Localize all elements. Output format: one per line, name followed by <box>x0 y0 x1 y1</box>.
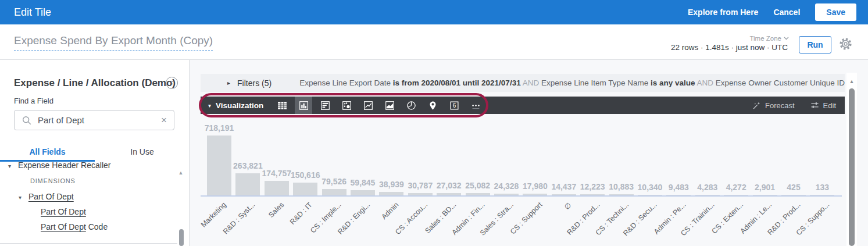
top-bar-actions: Explore from Here Cancel Save <box>688 0 856 24</box>
viz-type-icons: 6 <box>273 97 484 114</box>
scroll-up-arrow[interactable]: ▲ <box>846 79 857 84</box>
table-icon[interactable] <box>273 97 291 114</box>
map-chart-icon[interactable] <box>424 97 441 114</box>
chevron-down-icon <box>784 37 789 40</box>
clear-search-icon[interactable]: × <box>161 115 167 125</box>
bar[interactable] <box>265 181 289 195</box>
bar-value-label: 133 <box>799 183 845 192</box>
cancel-button[interactable]: Cancel <box>773 8 800 17</box>
tree-field-label-rest: Code <box>86 222 108 231</box>
pie-chart-icon[interactable] <box>402 97 420 114</box>
filters-toggle-label: Filters (5) <box>237 79 272 88</box>
line-chart-icon[interactable] <box>359 97 377 114</box>
caret-down-icon[interactable]: ▾ <box>208 102 211 109</box>
forecast-label: Forecast <box>765 101 795 110</box>
field-tree: ▾ Expense Header Recaller DIMENSIONS ▾ P… <box>0 162 177 246</box>
x-axis-label: ∅ <box>562 201 573 211</box>
edit-label: Edit <box>823 101 836 110</box>
filter-segment: Expense Owner Customer Unique ID <box>716 79 845 87</box>
caret-down-icon: ▾ <box>8 163 11 169</box>
single-value-icon[interactable]: 6 <box>445 97 463 114</box>
filter-segment: AND <box>695 79 716 87</box>
tree-field-label: Part Of Dept <box>41 207 86 216</box>
run-button[interactable]: Run <box>799 36 831 54</box>
visualization-toolbar: ▾ Visualization 6 Forecast Edit <box>201 97 845 114</box>
main-scrollbar-thumb[interactable] <box>849 88 855 246</box>
forecast-wand-icon <box>752 101 761 110</box>
bar-chart-plot: 718,191Marketing263,821R&D : Syst...174,… <box>201 119 845 246</box>
main-panel: ▸ Filters (5) Expense Line Export Date i… <box>190 60 868 246</box>
save-button[interactable]: Save <box>815 3 856 21</box>
x-axis-line <box>201 195 842 197</box>
bar-chart: 718,191Marketing263,821R&D : Syst...174,… <box>201 119 845 246</box>
x-axis-label: Marketing <box>201 201 228 229</box>
x-axis-label: Sales <box>267 201 285 219</box>
field-picker-sidebar: Expense / Line / Allocation (Demo) ‹ Fin… <box>0 60 190 246</box>
filter-summary: Expense Line Export Date is from 2020/08… <box>299 79 845 87</box>
filter-segment: AND <box>521 79 541 87</box>
bar-chart-icon[interactable] <box>316 97 334 114</box>
dialog-title: Edit Tile <box>14 6 51 19</box>
tree-field-row[interactable]: Part Of Dept Code <box>41 222 108 231</box>
caret-down-icon: ▾ <box>19 194 22 201</box>
visualization-toggle-label[interactable]: Visualization <box>216 101 263 110</box>
active-tab-underline <box>0 160 95 162</box>
tree-group-row[interactable]: ▾ Part Of Dept <box>19 192 74 201</box>
area-chart-icon[interactable] <box>381 97 398 114</box>
divider <box>0 243 177 244</box>
search-icon <box>22 115 32 126</box>
forecast-button[interactable]: Forecast <box>752 101 795 110</box>
x-axis-label: R&D : IT <box>288 201 314 226</box>
column-chart-icon[interactable] <box>295 97 312 114</box>
sidebar-scroll-up-arrow[interactable]: ▲ <box>175 170 187 176</box>
filter-segment: is any value <box>651 79 695 87</box>
tree-group-label: Part Of Dept <box>28 192 74 201</box>
filter-segment: Expense Line Item Type Name <box>541 79 651 87</box>
find-a-field-label: Find a Field <box>14 97 53 105</box>
edit-viz-button[interactable]: Edit <box>810 101 836 110</box>
tree-view-row[interactable]: ▾ Expense Header Recaller <box>8 162 110 170</box>
filter-segment: Expense Line Export Date <box>299 79 393 87</box>
tab-all-fields[interactable]: All Fields <box>0 147 95 156</box>
collapse-sidebar-button[interactable]: ‹ <box>166 77 178 89</box>
filter-segment: is from 2020/08/01 until 2021/07/31 <box>393 79 521 87</box>
x-axis-label: Admin <box>380 201 400 221</box>
sidebar-scrollbar-thumb[interactable] <box>179 229 184 246</box>
explore-title: Expense / Line / Allocation (Demo) <box>14 77 176 89</box>
caret-right-icon: ▸ <box>227 80 230 86</box>
tab-in-use[interactable]: In Use <box>95 147 190 156</box>
bar-value-label: 718,191 <box>201 123 242 133</box>
main-scrollbar[interactable]: ▲ <box>846 73 857 246</box>
bar[interactable] <box>351 190 375 195</box>
tree-field-row[interactable]: Part Of Dept <box>41 207 86 216</box>
bar[interactable] <box>322 189 347 195</box>
sliders-icon <box>810 101 819 110</box>
search-value: Part of Dept <box>38 115 155 125</box>
tile-title-input[interactable]: Expense Spend By Export Month (Copy) <box>14 34 213 51</box>
title-bar: Expense Spend By Export Month (Copy) Tim… <box>0 24 868 60</box>
filters-bar[interactable]: ▸ Filters (5) Expense Line Export Date i… <box>201 74 845 92</box>
gear-icon[interactable] <box>838 37 853 51</box>
top-bar: Edit Tile Explore from Here Cancel Save <box>0 0 868 24</box>
tree-view-label: Expense Header Recaller <box>18 162 111 170</box>
edit-tile-dialog: Edit Tile Explore from Here Cancel Save … <box>0 0 868 246</box>
field-search-input[interactable]: Part of Dept × <box>14 110 174 130</box>
query-stats: 22 rows · 1.481s · just now · UTC <box>671 43 788 52</box>
tree-field-label-match: Part Of Dept <box>41 222 86 231</box>
explore-from-here-link[interactable]: Explore from Here <box>688 8 758 17</box>
dimensions-section-label: DIMENSIONS <box>30 177 76 184</box>
svg-text:6: 6 <box>453 102 456 109</box>
more-viz-icon[interactable] <box>467 97 484 114</box>
time-zone-label: Time Zone <box>749 35 781 42</box>
scatter-chart-icon[interactable] <box>338 97 355 114</box>
toolbar-right-actions: Forecast Edit <box>752 101 836 110</box>
time-zone-selector[interactable]: Time Zone <box>749 35 789 42</box>
